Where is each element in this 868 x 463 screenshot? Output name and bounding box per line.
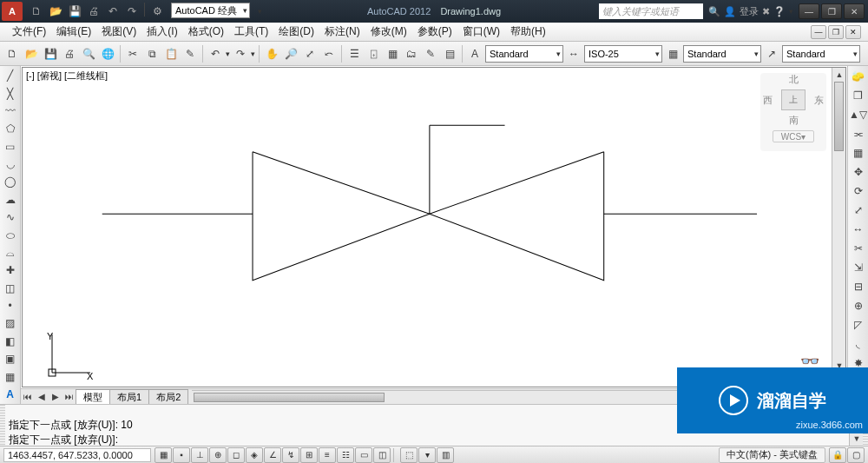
hatch-icon[interactable]: ▨	[2, 315, 19, 331]
status-tray-icon[interactable]: 🔒	[829, 447, 846, 463]
menu-dimension[interactable]: 标注(N)	[319, 23, 365, 41]
erase-icon[interactable]: 🧽	[850, 68, 867, 85]
dc-icon[interactable]: ⌺	[365, 45, 382, 63]
menu-view[interactable]: 视图(V)	[96, 23, 141, 41]
doc-close-button[interactable]: ✕	[845, 25, 861, 39]
drawing-canvas[interactable]: [-] [俯视] [二维线框] 北 西 上 东 南 WCS ▾	[22, 67, 846, 387]
line-icon[interactable]: ╱	[2, 68, 19, 83]
tpy-toggle[interactable]: ☷	[337, 447, 354, 463]
tab-last-icon[interactable]: ⏭	[62, 390, 76, 404]
ducs-toggle[interactable]: ↯	[282, 447, 299, 463]
tablestyle-icon[interactable]: ▦	[664, 45, 681, 63]
mleaderstyle-dropdown[interactable]: Standard	[782, 45, 860, 63]
menu-insert[interactable]: 插入(I)	[141, 23, 182, 41]
lwt-toggle[interactable]: ≡	[319, 447, 336, 463]
rotate-icon[interactable]: ⟳	[850, 182, 867, 200]
gradient-icon[interactable]: ◧	[2, 334, 19, 349]
close-button[interactable]: ✕	[844, 3, 865, 19]
qat-customize-icon[interactable]: ▾	[252, 3, 269, 20]
dimstyle-dropdown[interactable]: ISO-25	[584, 45, 662, 63]
doc-restore-button[interactable]: ❐	[828, 25, 844, 39]
pan-icon[interactable]: ✋	[263, 45, 280, 63]
plot-preview-icon[interactable]: 🔍	[80, 45, 97, 63]
open-icon[interactable]: 📂	[23, 45, 40, 63]
cut-icon[interactable]: ✂	[124, 45, 141, 63]
pline-icon[interactable]: 〰	[2, 103, 19, 119]
qat-saveas-icon[interactable]: 🖨	[85, 3, 102, 20]
otrack-toggle[interactable]: ∠	[264, 447, 281, 463]
ime-indicator[interactable]: 中文(简体) - 美式键盘	[719, 447, 825, 463]
qat-new-icon[interactable]: 🗋	[28, 3, 45, 20]
zoom-window-icon[interactable]: ⤢	[301, 45, 319, 63]
help-dropdown-icon[interactable]: ▾	[789, 7, 793, 16]
extend-icon[interactable]: ⇲	[850, 259, 867, 276]
plot-icon[interactable]: 🖨	[61, 45, 78, 63]
doc-minimize-button[interactable]: —	[811, 25, 826, 39]
mirror-icon[interactable]: ▲▽	[850, 106, 867, 123]
mleaderstyle-icon[interactable]: ↗	[763, 45, 780, 63]
trim-icon[interactable]: ✂	[850, 240, 867, 257]
point-icon[interactable]: •	[2, 298, 19, 314]
menu-file[interactable]: 文件(F)	[7, 23, 51, 41]
paste-icon[interactable]: 📋	[162, 45, 180, 63]
tab-prev-icon[interactable]: ◀	[35, 390, 49, 404]
break-icon[interactable]: ⊟	[850, 278, 867, 295]
grid-toggle[interactable]: ▪	[173, 447, 190, 463]
tablestyle-dropdown[interactable]: Standard	[683, 45, 761, 63]
zoom-rt-icon[interactable]: 🔎	[282, 45, 299, 63]
search-icon[interactable]: 🔍	[708, 6, 720, 17]
spline-icon[interactable]: ∿	[2, 209, 19, 225]
clean-screen-icon[interactable]: ▢	[847, 447, 865, 463]
tab-model[interactable]: 模型	[76, 389, 110, 405]
cmd-scroll-down-icon[interactable]: ▼	[850, 432, 864, 446]
login-button[interactable]: 登录	[740, 5, 759, 18]
app-menu-button[interactable]: A	[2, 2, 23, 21]
qat-redo-icon[interactable]: ↷	[123, 3, 141, 20]
circle-icon[interactable]: ◯	[2, 174, 19, 189]
zoom-prev-icon[interactable]: ⤺	[320, 45, 338, 63]
move-icon[interactable]: ✥	[850, 163, 867, 181]
infocenter-search-input[interactable]: 键入关键字或短语	[599, 3, 703, 19]
textstyle-dropdown[interactable]: Standard	[485, 45, 563, 63]
xline-icon[interactable]: ╳	[2, 85, 19, 101]
menu-window[interactable]: 窗口(W)	[457, 23, 505, 41]
dyn-toggle[interactable]: ⊞	[300, 447, 318, 463]
block-icon[interactable]: ◫	[2, 281, 19, 296]
minimize-button[interactable]: —	[799, 3, 819, 19]
mtext-icon[interactable]: A	[2, 387, 19, 402]
revcloud-icon[interactable]: ☁	[2, 192, 19, 208]
publish-icon[interactable]: 🌐	[99, 45, 116, 63]
polar-toggle[interactable]: ⊕	[209, 447, 227, 463]
menu-format[interactable]: 格式(O)	[183, 23, 229, 41]
join-icon[interactable]: ⊕	[850, 297, 867, 314]
scroll-up-icon[interactable]: ▲	[832, 68, 846, 82]
quickview-drawings-icon[interactable]: ▥	[437, 447, 454, 463]
copy-obj-icon[interactable]: ❐	[850, 87, 867, 104]
model-toggle[interactable]: ⬚	[400, 447, 418, 463]
arc-icon[interactable]: ◡	[2, 156, 19, 172]
tab-next-icon[interactable]: ▶	[49, 390, 62, 404]
fillet-icon[interactable]: ◟	[850, 335, 867, 353]
vscroll-thumb[interactable]	[834, 82, 844, 151]
qat-open-icon[interactable]: 📂	[47, 3, 64, 20]
insert-icon[interactable]: ✚	[2, 262, 19, 278]
table-icon[interactable]: ▦	[2, 368, 19, 384]
quickview-layouts-icon[interactable]: ▾	[418, 447, 436, 463]
offset-icon[interactable]: ⫘	[850, 125, 867, 142]
3dosnap-toggle[interactable]: ◈	[246, 447, 263, 463]
status-coordinates[interactable]: 1463.4457, 647.5233, 0.0000	[3, 448, 151, 462]
markup-icon[interactable]: ✎	[422, 45, 439, 63]
hscroll-thumb[interactable]	[194, 393, 385, 402]
toolpalettes-icon[interactable]: ▦	[384, 45, 401, 63]
tab-layout1[interactable]: 布局1	[109, 389, 149, 405]
tab-first-icon[interactable]: ⏮	[21, 390, 35, 404]
redo-icon[interactable]: ↷	[232, 45, 249, 63]
workspace-gear-icon[interactable]	[148, 3, 166, 20]
osnap-toggle[interactable]: ◻	[227, 447, 245, 463]
menu-tools[interactable]: 工具(T)	[229, 23, 273, 41]
dimstyle-icon[interactable]: ↔	[565, 45, 582, 63]
copy-icon[interactable]: ⧉	[143, 45, 161, 63]
rectangle-icon[interactable]: ▭	[2, 139, 19, 155]
region-icon[interactable]: ▣	[2, 351, 19, 367]
menu-edit[interactable]: 编辑(E)	[51, 23, 96, 41]
